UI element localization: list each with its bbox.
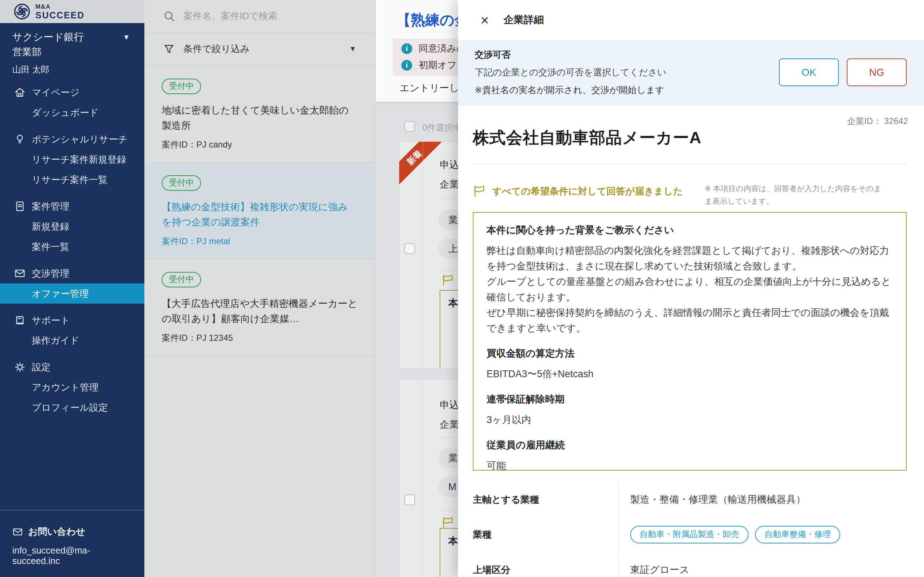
sidebar-item-label: 交渉管理: [32, 267, 69, 280]
card-text-fragment: 企業: [439, 418, 459, 431]
sidebar: M&A SUCCEED サクシード銀行 ▼ 営業部 山田 太郎 マイページ ダッ…: [0, 0, 144, 577]
notice-line: i 同意済みの: [401, 42, 466, 55]
sidebar-item-offer-management[interactable]: オファー管理: [0, 284, 144, 304]
contact-row[interactable]: お問い合わせ: [12, 525, 132, 538]
sidebar-item-profile[interactable]: プロフィール設定: [0, 397, 144, 417]
org-block: サクシード銀行 ▼ 営業部 山田 太郎: [0, 23, 144, 76]
answer: 3ヶ月以内: [486, 412, 893, 428]
case-id: 案件ID：PJ candy: [162, 139, 358, 150]
flag-note-line: ま表示しています。: [704, 195, 914, 207]
sidebar-item-case-list[interactable]: 案件一覧: [0, 237, 144, 257]
sidebar-item-label: サポート: [32, 314, 70, 327]
company-id-label: 企業ID：: [847, 116, 882, 126]
sidebar-item-label: オファー管理: [32, 287, 89, 300]
close-icon[interactable]: ×: [475, 10, 495, 30]
org-selector[interactable]: サクシード銀行 ▼: [12, 29, 132, 45]
selection-count: 0件選択中: [422, 122, 462, 134]
status-badge: 受付中: [162, 175, 201, 191]
flag-icon: [441, 516, 454, 529]
user-name: 山田 太郎: [12, 63, 132, 76]
sidebar-item-case-management[interactable]: 案件管理: [0, 196, 144, 216]
search-input[interactable]: [183, 10, 360, 22]
offer-checkbox[interactable]: [404, 243, 415, 254]
case-list-item[interactable]: 受付中 地域に密着した甘くて美味しい金太郎飴の製造所 案件ID：PJ candy: [144, 66, 375, 162]
field-label: 上場区分: [473, 564, 618, 576]
sidebar-item-label: リサーチ案件一覧: [32, 174, 108, 186]
question: 連帯保証解除時期: [486, 393, 893, 406]
home-icon: [14, 86, 26, 98]
negotiation-heading: 交渉可否: [475, 49, 511, 61]
field-row: 主軸とする業種 製造・整備・修理業（輸送用機械器具）: [473, 482, 907, 517]
logo-bar[interactable]: M&A SUCCEED: [0, 0, 144, 23]
negotiation-description: 下記の企業との交渉の可否を選択してください: [475, 66, 666, 78]
offer-checkbox[interactable]: [404, 495, 415, 505]
field-value: 製造・整備・修理業（輸送用機械器具）: [630, 493, 806, 506]
contact-block: お問い合わせ info_succeed@ma-succeed.inc: [0, 510, 144, 577]
sidebar-nav: マイページ ダッシュボード ポテンシャルリサーチ リサーチ案件新規登録 リサーチ…: [0, 82, 144, 417]
brand-line1: M&A: [36, 3, 84, 10]
book-icon: [14, 314, 26, 326]
ng-button[interactable]: NG: [847, 58, 907, 86]
card-text-fragment: 本: [448, 535, 458, 546]
sidebar-item-account[interactable]: アカウント管理: [0, 377, 144, 397]
new-ribbon: 新着: [399, 141, 443, 187]
sidebar-item-label: 設定: [32, 361, 50, 374]
industry-badge: 自動車・附属品製造・卸売: [630, 526, 749, 543]
lightbulb-icon: [14, 133, 26, 145]
case-title: 地域に密着した甘くて美味しい金太郎飴の製造所: [162, 103, 358, 133]
chevron-down-icon: ▼: [123, 33, 130, 42]
field-value: 東証グロース: [630, 563, 690, 576]
sidebar-item-label: 案件管理: [32, 200, 69, 213]
field-label: 業種: [473, 528, 618, 541]
sidebar-item-label: 案件一覧: [32, 240, 69, 253]
filter-label: 条件で絞り込み: [183, 43, 340, 55]
select-all-checkbox[interactable]: [404, 121, 415, 132]
flag-icon: [473, 185, 486, 198]
sidebar-item-label: 新規登録: [32, 220, 69, 233]
entry-text: エントリーし: [399, 82, 459, 95]
answer: 弊社は自動車向け精密部品の内製化強化を経営課題として掲げており、複雑形状への対応…: [486, 243, 893, 336]
sidebar-item-label: リサーチ案件新規登録: [32, 153, 126, 166]
answer: EBITDA3〜5倍+Netcash: [486, 366, 893, 382]
case-list-panel: 条件で絞り込み ▼ 受付中 地域に密着した甘くて美味しい金太郎飴の製造所 案件I…: [144, 0, 375, 577]
sidebar-item-case-new[interactable]: 新規登録: [0, 216, 144, 237]
card-text-fragment: 申込: [439, 398, 459, 411]
sidebar-item-guide[interactable]: 操作ガイド: [0, 330, 144, 351]
flag-note: ※ 本項目の内容は、回答者が入力した内容をそのま ま表示しています。: [704, 182, 914, 207]
logo-knot-icon: [14, 3, 30, 20]
sidebar-item-potential-research[interactable]: ポテンシャルリサーチ: [0, 129, 144, 149]
case-list-item-selected[interactable]: 受付中 【熟練の金型技術】複雑形状の実現に強みを持つ企業の譲渡案件 案件ID：P…: [144, 162, 375, 259]
close-glyph: ×: [480, 12, 489, 28]
negotiation-note: ※貴社名の実名が開示され、交渉が開始します: [475, 84, 664, 96]
sidebar-item-research-list[interactable]: リサーチ案件一覧: [0, 169, 144, 190]
filter-toggle[interactable]: 条件で絞り込み ▼: [144, 32, 375, 66]
envelope-icon: [12, 527, 23, 537]
field-row: 上場区分 東証グロース: [473, 553, 907, 577]
case-title: 【大手広告代理店や大手精密機器メーカーとの取引あり】顧客向け企業媒…: [162, 296, 358, 326]
sidebar-item-settings[interactable]: 設定: [0, 357, 144, 377]
card-text-fragment: 申込: [439, 158, 459, 171]
chevron-down-icon: ▼: [349, 45, 356, 53]
brand-line2: SUCCEED: [36, 11, 84, 20]
answer: 可能: [486, 458, 893, 471]
document-icon: [14, 200, 26, 213]
sidebar-item-dashboard[interactable]: ダッシュボード: [0, 102, 144, 122]
case-list-item[interactable]: 受付中 【大手広告代理店や大手精密機器メーカーとの取引あり】顧客向け企業媒… 案…: [144, 259, 375, 356]
sidebar-item-negotiation-management[interactable]: 交渉管理: [0, 263, 144, 284]
sidebar-item-support[interactable]: サポート: [0, 310, 144, 330]
sidebar-item-mypage[interactable]: マイページ: [0, 82, 144, 102]
field-label: 主軸とする業種: [473, 493, 618, 506]
flag-icon: [441, 274, 454, 287]
org-name: サクシード銀行: [12, 29, 84, 45]
company-name: 株式会社自動車部品メーカーA: [473, 127, 702, 148]
question: 本件に関心を持った背景をご教示ください: [486, 224, 893, 237]
drawer-title: 企業詳細: [504, 13, 544, 27]
ok-button[interactable]: OK: [779, 58, 839, 86]
divider: [473, 164, 907, 164]
flag-row: すべての希望条件に対して回答が届きました: [473, 185, 683, 198]
sidebar-item-research-new[interactable]: リサーチ案件新規登録: [0, 149, 144, 169]
case-title: 【熟練の金型技術】複雑形状の実現に強みを持つ企業の譲渡案件: [162, 200, 358, 230]
notice-line: i 初期オファ: [401, 59, 466, 71]
app-root: M&A SUCCEED サクシード銀行 ▼ 営業部 山田 太郎 マイページ ダッ…: [0, 0, 924, 577]
case-id: 案件ID：PJ metal: [162, 235, 358, 247]
